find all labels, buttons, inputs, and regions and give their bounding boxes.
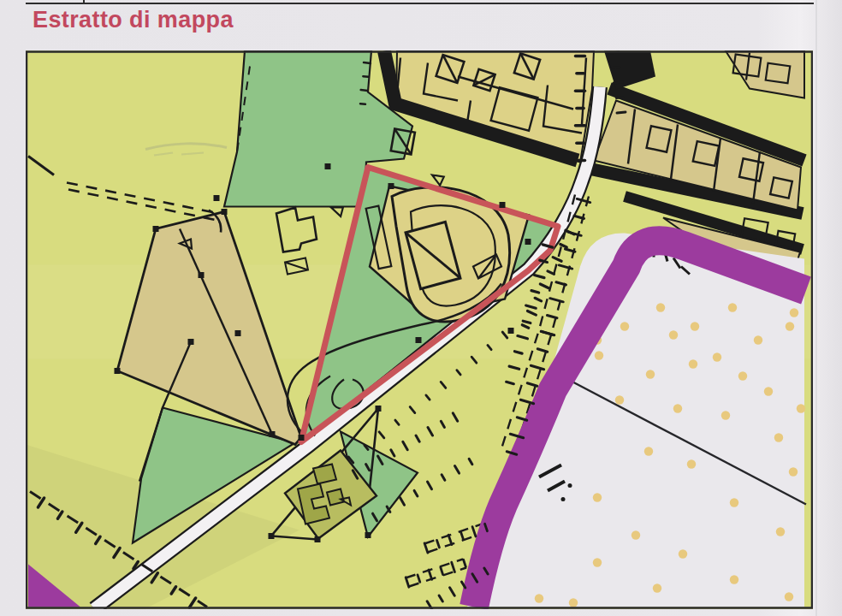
table-column-divider — [83, 0, 85, 4]
page-title: Estratto di mappa — [33, 7, 234, 33]
map-extract-frame — [26, 50, 813, 609]
paper-fold-line — [815, 0, 817, 616]
scanned-document-page: { "page": { "title": "Estratto di mappa"… — [0, 0, 842, 616]
cadastral-map — [26, 50, 813, 609]
table-bottom-rule — [26, 3, 814, 4]
